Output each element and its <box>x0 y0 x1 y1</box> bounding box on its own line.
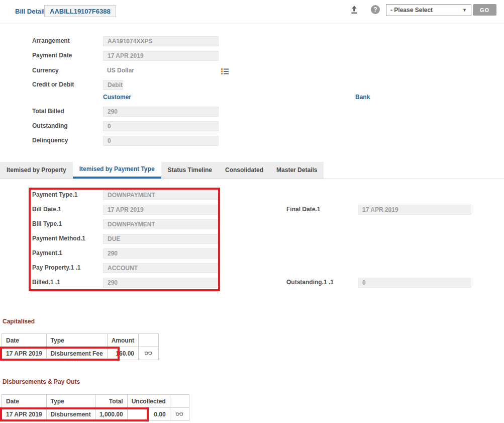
header-divider <box>0 24 504 24</box>
upload-arrow-icon <box>350 5 359 14</box>
disbursements-header-row: Date Type Total Uncollected <box>2 395 189 408</box>
capitalised-col-date: Date <box>2 334 47 347</box>
tab-master-details[interactable]: Master Details <box>270 162 324 179</box>
bill-id-field[interactable]: AABILL19107F6388 <box>44 5 116 17</box>
capitalised-table: Date Type Amount 17 APR 2019 Disbursemen… <box>2 333 159 360</box>
bill-date-1-label: Bill Date.1 <box>32 205 61 214</box>
capitalised-section-title: Capitalised <box>3 318 35 325</box>
disbursements-col-actions <box>170 395 189 408</box>
disbursements-cell-uncollected: 0.00 <box>127 408 170 421</box>
tab-status-timeline[interactable]: Status Timeline <box>161 162 219 179</box>
disbursements-col-date: Date <box>2 395 47 408</box>
pay-property-1-1-label: Pay Property.1 .1 <box>32 263 81 273</box>
final-date-1-field[interactable]: 17 APR 2019 <box>358 205 471 215</box>
page-title: Bill Details <box>15 8 48 15</box>
action-select-value: - Please Select <box>390 7 433 14</box>
bank-link[interactable]: Bank <box>355 93 370 102</box>
disbursements-view-button[interactable] <box>175 410 183 418</box>
delinquency-field[interactable]: 0 <box>103 136 219 146</box>
pay-property-1-1-field[interactable]: ACCOUNT <box>103 263 219 273</box>
capitalised-cell-type: Disbursement Fee <box>46 347 107 360</box>
currency-value: US Dollar <box>107 66 134 75</box>
capitalised-cell-date: 17 APR 2019 <box>2 347 47 360</box>
tab-consolidated[interactable]: Consolidated <box>219 162 270 179</box>
total-billed-field[interactable]: 290 <box>103 107 219 117</box>
disbursements-table: Date Type Total Uncollected 17 APR 2019 … <box>2 394 189 421</box>
arrangement-label: Arrangement <box>32 36 70 46</box>
capitalised-cell-amount: 160.00 <box>107 347 138 360</box>
capitalised-col-amount: Amount <box>107 334 138 347</box>
payment-date-field[interactable]: 17 APR 2019 <box>103 51 219 61</box>
eyeglasses-icon <box>175 410 183 416</box>
delinquency-label: Delinquency <box>32 136 68 145</box>
chevron-down-icon: ▼ <box>462 5 467 16</box>
currency-label: Currency <box>32 66 59 75</box>
tab-itemised-by-payment-type[interactable]: Itemised by Payment Type <box>73 162 161 179</box>
total-billed-label: Total Billed <box>32 107 64 116</box>
disbursements-col-total: Total <box>95 395 127 408</box>
capitalised-header-row: Date Type Amount <box>2 334 159 347</box>
outstanding-field[interactable]: 0 <box>103 121 219 131</box>
go-button[interactable]: GO <box>473 4 496 16</box>
outstanding-1-1-field[interactable]: 0 <box>358 278 471 288</box>
action-select[interactable]: - Please Select ▼ <box>386 4 471 16</box>
credit-or-debit-field[interactable]: Debit <box>103 80 123 90</box>
bill-type-1-label: Bill Type.1 <box>32 219 62 229</box>
final-date-1-label: Final Date.1 <box>286 205 320 214</box>
payment-method-1-label: Payment Method.1 <box>32 234 85 243</box>
upload-icon[interactable] <box>349 5 359 15</box>
bill-type-1-field[interactable]: DOWNPAYMENT <box>103 219 219 229</box>
bill-date-1-field[interactable]: 17 APR 2019 <box>103 205 219 215</box>
payment-method-1-field[interactable]: DUE <box>103 234 219 244</box>
arrangement-field[interactable]: AA191074XXPS <box>103 36 219 46</box>
capitalised-view-button[interactable] <box>144 350 152 357</box>
payment-type-1-label: Payment Type.1 <box>32 190 77 200</box>
capitalised-col-actions <box>138 334 158 347</box>
list-icon <box>221 67 229 75</box>
payment-1-field[interactable]: 290 <box>103 248 219 259</box>
currency-list-icon[interactable] <box>220 67 230 77</box>
disbursements-section-title: Disbursements & Pay Outs <box>3 378 80 385</box>
disbursements-cell-total: 1,000.00 <box>95 408 127 421</box>
disbursements-col-type: Type <box>46 395 95 408</box>
billed-1-1-field[interactable]: 290 <box>103 278 219 288</box>
disbursements-cell-type: Disbursement <box>46 408 95 421</box>
outstanding-1-1-label: Outstanding.1 .1 <box>286 278 334 287</box>
payment-date-label: Payment Date <box>32 51 72 60</box>
payment-1-label: Payment.1 <box>32 248 62 258</box>
outstanding-label: Outstanding <box>32 121 68 131</box>
tab-bar: Itemised by Property Itemised by Payment… <box>0 162 324 179</box>
disbursements-cell-date: 17 APR 2019 <box>2 408 47 421</box>
tab-itemised-by-property[interactable]: Itemised by Property <box>0 162 73 179</box>
capitalised-col-type: Type <box>46 334 107 347</box>
table-row: 17 APR 2019 Disbursement Fee 160.00 <box>2 347 159 360</box>
help-icon[interactable]: ? <box>371 5 380 14</box>
credit-or-debit-label: Credit or Debit <box>32 80 74 90</box>
bill-details-page: Bill Details AABILL19107F6388 ? - Please… <box>0 0 504 423</box>
tab-divider <box>0 179 504 179</box>
customer-link[interactable]: Customer <box>103 93 131 102</box>
billed-1-1-label: Billed.1 .1 <box>32 278 60 287</box>
payment-type-1-field[interactable]: DOWNPAYMENT <box>103 190 219 200</box>
eyeglasses-icon <box>144 350 152 356</box>
table-row: 17 APR 2019 Disbursement 1,000.00 0.00 <box>2 408 189 421</box>
disbursements-col-uncollected: Uncollected <box>127 395 170 408</box>
